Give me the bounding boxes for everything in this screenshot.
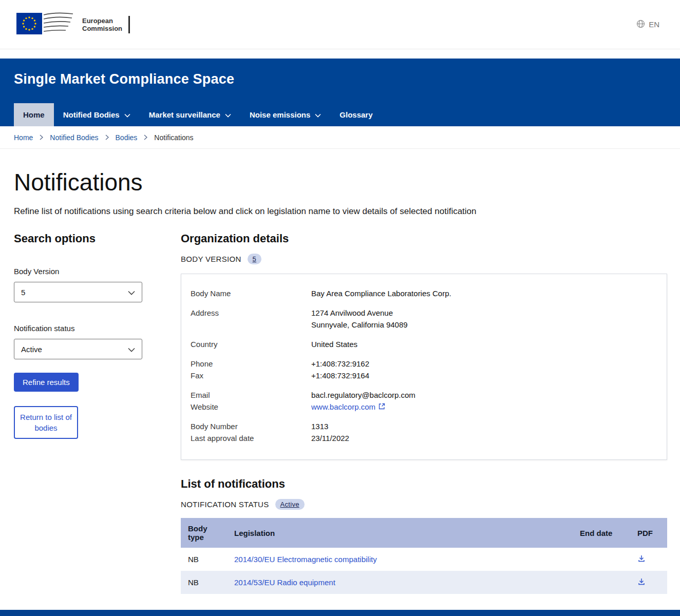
breadcrumb: Home Notified Bodies Bodies Notification… — [0, 126, 680, 149]
eu-flag-icon — [15, 9, 76, 41]
body-version-label: Body Version — [14, 267, 181, 276]
org-row-address-line2: Sunnyvale, California 94089 — [191, 319, 657, 331]
footer — [0, 610, 680, 616]
cell-body-type: NB — [181, 548, 227, 571]
website-link[interactable]: www.baclcorp.com — [311, 401, 385, 413]
chevron-down-icon — [124, 110, 130, 119]
search-options-heading: Search options — [14, 232, 181, 245]
nav-item-notified-bodies[interactable]: Notified Bodies — [54, 103, 140, 126]
breadcrumb-current: Notifications — [154, 133, 193, 142]
chevron-down-icon — [315, 110, 321, 119]
nav-item-noise-emissions[interactable]: Noise emissions — [240, 103, 330, 126]
breadcrumb-home[interactable]: Home — [14, 133, 33, 142]
notification-status-select[interactable]: Active — [14, 339, 142, 359]
notification-status-value: Active — [21, 345, 42, 354]
page-title: Notifications — [14, 168, 667, 196]
legislation-link[interactable]: 2014/30/EU Electromagnetic compatibility — [234, 555, 377, 564]
ec-logo[interactable]: European Commission — [15, 9, 130, 41]
cell-end-date — [573, 571, 630, 594]
main-content: Notifications Refine list of notificatio… — [0, 168, 680, 594]
org-row-address: Address 1274 Anvilwood Avenue — [191, 307, 657, 319]
globe-icon — [636, 20, 645, 30]
header-body-type: Body type — [181, 518, 227, 548]
language-selector[interactable]: EN — [636, 20, 659, 30]
legislation-link[interactable]: 2014/53/EU Radio equipment — [234, 578, 335, 587]
list-of-notifications-heading: List of notifications — [181, 477, 667, 491]
org-row-email: Email bacl.regulatory@baclcorp.com — [191, 389, 657, 401]
chevron-right-icon — [105, 134, 109, 140]
site-header: Single Market Compliance Space Home Noti… — [0, 59, 680, 126]
chevron-down-icon — [128, 288, 135, 297]
org-row-fax: Fax +1:408:732:9164 — [191, 370, 657, 381]
org-row-website: Website www.baclcorp.com — [191, 401, 657, 413]
nav-item-market-surveillance[interactable]: Market surveillance — [140, 103, 240, 126]
download-pdf-icon[interactable] — [637, 579, 646, 587]
chevron-right-icon — [144, 134, 147, 140]
organization-details-heading: Organization details — [181, 232, 667, 245]
body-version-badge[interactable]: 5 — [248, 254, 262, 264]
download-pdf-icon[interactable] — [637, 555, 646, 564]
search-options-panel: Search options Body Version 5 Notificati… — [14, 232, 181, 594]
return-to-list-button[interactable]: Return to list of bodies — [14, 406, 78, 439]
org-row-body-number: Body Number 1313 — [191, 420, 657, 432]
header-end-date: End date — [573, 518, 630, 548]
header-legislation: Legislation — [227, 518, 573, 548]
notification-status-caption: NOTIFICATION STATUS — [181, 500, 269, 509]
chevron-down-icon — [225, 110, 231, 119]
ec-logo-text: European Commission — [82, 17, 122, 32]
org-row-country: Country United States — [191, 338, 657, 350]
nav-item-glossary[interactable]: Glossary — [330, 103, 382, 126]
breadcrumb-notified-bodies[interactable]: Notified Bodies — [50, 133, 98, 142]
header-pdf: PDF — [630, 518, 667, 548]
organization-card: Body Name Bay Area Compliance Laboratori… — [181, 274, 667, 460]
org-row-phone: Phone +1:408:732:9162 — [191, 358, 657, 370]
main-nav: Home Notified Bodies Market surveillance… — [14, 103, 667, 126]
notification-status-label: Notification status — [14, 324, 181, 333]
notification-status-badge[interactable]: Active — [275, 499, 305, 510]
body-version-value: 5 — [21, 288, 25, 297]
top-bar: European Commission EN — [0, 0, 680, 49]
org-row-last-approval-date: Last approval date 23/11/2022 — [191, 432, 657, 444]
page-intro: Refine list of notifications using searc… — [14, 206, 667, 217]
language-label: EN — [649, 20, 659, 29]
chevron-right-icon — [40, 134, 43, 140]
org-row-body-name: Body Name Bay Area Compliance Laboratori… — [191, 287, 657, 299]
chevron-down-icon — [128, 345, 135, 354]
refine-results-button[interactable]: Refine results — [14, 373, 79, 392]
site-title: Single Market Compliance Space — [14, 71, 667, 87]
body-version-line: BODY VERSION 5 — [181, 254, 667, 264]
cell-body-type: NB — [181, 571, 227, 594]
table-row: NB 2014/30/EU Electromagnetic compatibil… — [181, 548, 667, 571]
body-version-caption: BODY VERSION — [181, 255, 241, 263]
breadcrumb-bodies[interactable]: Bodies — [116, 133, 138, 142]
body-version-select[interactable]: 5 — [14, 282, 142, 302]
logo-divider — [128, 16, 130, 33]
table-row: NB 2014/53/EU Radio equipment — [181, 571, 667, 594]
external-link-icon — [379, 401, 385, 413]
nav-item-home[interactable]: Home — [14, 103, 54, 126]
notifications-table: Body type Legislation End date PDF NB 20… — [181, 518, 667, 594]
cell-end-date — [573, 548, 630, 571]
notification-status-line: NOTIFICATION STATUS Active — [181, 499, 667, 510]
table-header-row: Body type Legislation End date PDF — [181, 518, 667, 548]
details-panel: Organization details BODY VERSION 5 Body… — [181, 232, 667, 594]
